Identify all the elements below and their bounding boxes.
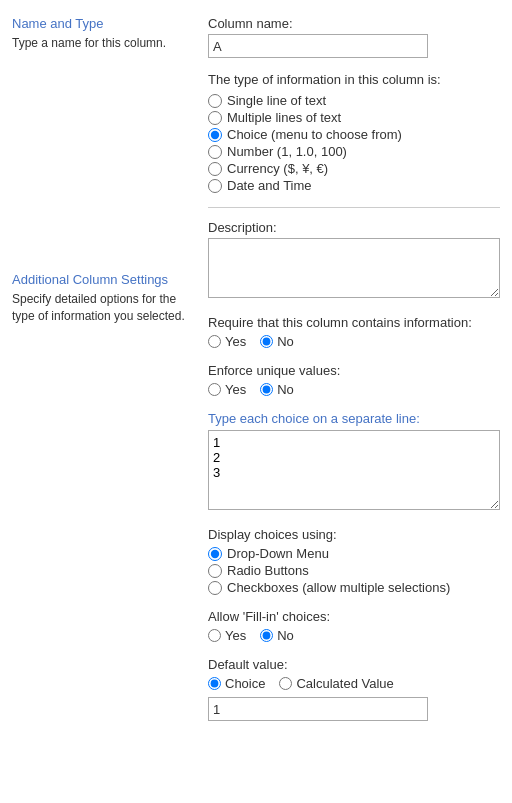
display-dropdown-label: Drop-Down Menu (227, 546, 329, 561)
type-label-datetime: Date and Time (227, 178, 312, 193)
column-name-input[interactable] (208, 34, 428, 58)
enforce-unique-options: Yes No (208, 382, 500, 397)
type-info-label: The type of information in this column i… (208, 72, 500, 87)
enforce-no-label: No (277, 382, 294, 397)
type-label-currency: Currency ($, ¥, €) (227, 161, 328, 176)
divider-1 (208, 207, 500, 208)
default-choice-label: Choice (225, 676, 265, 691)
allow-fillin-group: Allow 'Fill-in' choices: Yes No (208, 609, 500, 643)
type-radio-number[interactable] (208, 145, 222, 159)
fillin-no-label: No (277, 628, 294, 643)
require-info-group: Require that this column contains inform… (208, 315, 500, 349)
enforce-no-item: No (260, 382, 294, 397)
default-calculated-label: Calculated Value (296, 676, 393, 691)
enforce-unique-label: Enforce unique values: (208, 363, 500, 378)
display-dropdown-item: Drop-Down Menu (208, 546, 500, 561)
display-checkboxes-item: Checkboxes (allow multiple selections) (208, 580, 500, 595)
page: Name and Type Type a name for this colum… (0, 0, 512, 751)
type-label-choice: Choice (menu to choose from) (227, 127, 402, 142)
name-and-type-title: Name and Type (12, 16, 188, 31)
description-textarea[interactable] (208, 238, 500, 298)
type-label-number: Number (1, 1.0, 100) (227, 144, 347, 159)
type-label-multiple: Multiple lines of text (227, 110, 341, 125)
left-panel: Name and Type Type a name for this colum… (0, 16, 200, 735)
require-no-radio[interactable] (260, 335, 273, 348)
type-option-number: Number (1, 1.0, 100) (208, 144, 500, 159)
fillin-yes-item: Yes (208, 628, 246, 643)
default-calculated-radio[interactable] (279, 677, 292, 690)
default-value-type-options: Choice Calculated Value (208, 676, 500, 691)
choices-group: Type each choice on a separate line: 1 2… (208, 411, 500, 513)
choices-textarea[interactable]: 1 2 3 (208, 430, 500, 510)
fillin-no-radio[interactable] (260, 629, 273, 642)
fillin-yes-label: Yes (225, 628, 246, 643)
type-option-multiple: Multiple lines of text (208, 110, 500, 125)
display-checkboxes-radio[interactable] (208, 581, 222, 595)
additional-settings-section: Additional Column Settings Specify detai… (12, 272, 188, 325)
require-no-item: No (260, 334, 294, 349)
default-value-group: Default value: Choice Calculated Value (208, 657, 500, 721)
right-panel: Column name: The type of information in … (200, 16, 512, 735)
default-value-input[interactable] (208, 697, 428, 721)
default-choice-item: Choice (208, 676, 265, 691)
type-radio-single[interactable] (208, 94, 222, 108)
type-option-currency: Currency ($, ¥, €) (208, 161, 500, 176)
column-name-group: Column name: (208, 16, 500, 58)
display-checkboxes-label: Checkboxes (allow multiple selections) (227, 580, 450, 595)
type-option-single: Single line of text (208, 93, 500, 108)
column-name-label: Column name: (208, 16, 500, 31)
description-group: Description: (208, 220, 500, 301)
type-radio-currency[interactable] (208, 162, 222, 176)
require-no-label: No (277, 334, 294, 349)
enforce-yes-label: Yes (225, 382, 246, 397)
default-value-label: Default value: (208, 657, 500, 672)
enforce-yes-item: Yes (208, 382, 246, 397)
require-info-options: Yes No (208, 334, 500, 349)
type-radio-choice[interactable] (208, 128, 222, 142)
display-choices-options: Drop-Down Menu Radio Buttons Checkboxes … (208, 546, 500, 595)
display-radio-radio[interactable] (208, 564, 222, 578)
default-choice-radio[interactable] (208, 677, 221, 690)
type-label-single: Single line of text (227, 93, 326, 108)
name-and-type-section: Name and Type Type a name for this colum… (12, 16, 188, 52)
allow-fillin-options: Yes No (208, 628, 500, 643)
require-yes-label: Yes (225, 334, 246, 349)
display-dropdown-radio[interactable] (208, 547, 222, 561)
type-info-group: The type of information in this column i… (208, 72, 500, 193)
type-option-datetime: Date and Time (208, 178, 500, 193)
enforce-unique-group: Enforce unique values: Yes No (208, 363, 500, 397)
additional-settings-desc: Specify detailed options for the type of… (12, 291, 188, 325)
display-radio-item: Radio Buttons (208, 563, 500, 578)
display-radio-label: Radio Buttons (227, 563, 309, 578)
fillin-yes-radio[interactable] (208, 629, 221, 642)
type-radio-datetime[interactable] (208, 179, 222, 193)
display-choices-group: Display choices using: Drop-Down Menu Ra… (208, 527, 500, 595)
fillin-no-item: No (260, 628, 294, 643)
name-and-type-desc: Type a name for this column. (12, 35, 188, 52)
description-label: Description: (208, 220, 500, 235)
require-yes-radio[interactable] (208, 335, 221, 348)
enforce-no-radio[interactable] (260, 383, 273, 396)
default-calculated-item: Calculated Value (279, 676, 393, 691)
enforce-yes-radio[interactable] (208, 383, 221, 396)
type-options-group: Single line of text Multiple lines of te… (208, 93, 500, 193)
display-choices-label: Display choices using: (208, 527, 500, 542)
allow-fillin-label: Allow 'Fill-in' choices: (208, 609, 500, 624)
type-option-choice: Choice (menu to choose from) (208, 127, 500, 142)
require-info-label: Require that this column contains inform… (208, 315, 500, 330)
additional-settings-title: Additional Column Settings (12, 272, 188, 287)
require-yes-item: Yes (208, 334, 246, 349)
choices-label: Type each choice on a separate line: (208, 411, 500, 426)
type-radio-multiple[interactable] (208, 111, 222, 125)
